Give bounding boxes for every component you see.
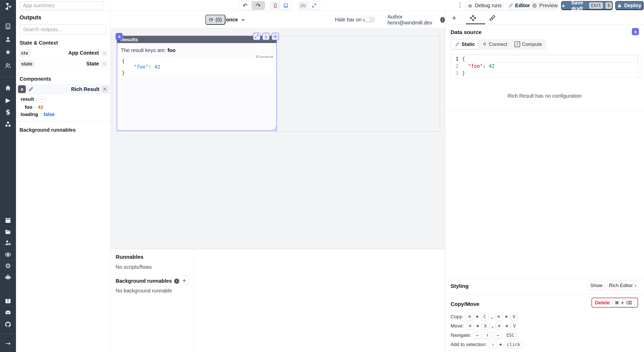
expand-component-button[interactable] <box>253 33 260 40</box>
save-draft-button[interactable]: Save draft Ctrl S <box>561 1 613 10</box>
output-row-ctx[interactable]: ctx App Context <box>16 48 110 58</box>
more-options-kebab[interactable]: ⋮ <box>457 2 463 9</box>
user-icon[interactable] <box>0 36 16 43</box>
center-align-button[interactable]: |0| <box>298 2 308 10</box>
colon: : <box>36 96 37 102</box>
state-type-label: State <box>86 61 99 67</box>
sidebar-divider <box>2 334 14 334</box>
mode-static[interactable]: Static <box>451 40 479 49</box>
copy-move-title: Copy/Move <box>451 301 479 307</box>
info-icon[interactable]: i <box>174 279 179 284</box>
chevron-down-icon <box>102 51 106 55</box>
author-label: Author henri@windmill.dev <box>387 14 438 26</box>
deploy-lock-icon <box>617 3 622 8</box>
mode-connect[interactable]: Connect <box>479 40 511 49</box>
show-styling-button[interactable]: Show <box>588 281 605 290</box>
add-background-runnable-button[interactable]: + <box>179 275 189 286</box>
resources-cubes-icon[interactable] <box>0 120 16 128</box>
tab-insert[interactable]: + <box>449 13 459 23</box>
component-header[interactable]: Results <box>117 36 276 43</box>
chevron-up-icon <box>103 87 107 91</box>
tree-row-foo[interactable]: foo: 42 <box>25 104 43 110</box>
resize-handle[interactable] <box>273 127 276 130</box>
code-content[interactable]: { "foo": 42 } <box>462 55 638 77</box>
json-line-foo: "foo": 42 <box>122 64 272 70</box>
app-canvas[interactable]: a ⚓ Results The result keys are: foo Exp… <box>111 28 445 249</box>
move-component-button[interactable] <box>272 33 279 40</box>
deploy-button[interactable]: Deploy <box>615 1 643 10</box>
tab-component-settings[interactable] <box>468 13 478 23</box>
audit-eye-icon[interactable] <box>0 251 16 258</box>
state-expand-button[interactable] <box>101 61 108 67</box>
edit-id-pencil-icon[interactable] <box>28 87 33 92</box>
folders-icon[interactable] <box>0 228 16 236</box>
ai-robot-icon[interactable] <box>0 273 16 281</box>
state-context-title: State & Context <box>20 40 58 46</box>
mode-compute[interactable]: f Compute <box>511 40 546 49</box>
shortcut-row-copy: Copy: ⌘+C, ⌘+V <box>451 313 518 320</box>
info-icon[interactable]: i <box>440 17 445 23</box>
app-summary-input[interactable] <box>20 1 104 10</box>
runs-play-icon[interactable]: ▶ <box>0 96 16 104</box>
preview-label: Preview <box>539 3 557 9</box>
settings-gear-icon[interactable]: ⚙ <box>0 262 16 270</box>
discord-icon[interactable] <box>0 309 16 316</box>
json-viewer: { "foo": 42} <box>120 58 273 76</box>
delete-component-button[interactable]: Delete ⌘ + ⌫ <box>591 298 638 308</box>
state-key-chip: state <box>19 60 35 68</box>
chevron-down-icon <box>102 62 106 66</box>
tab-editor[interactable]: Editor <box>507 2 531 10</box>
tab-styling[interactable] <box>487 13 497 23</box>
home-icon[interactable] <box>0 84 16 92</box>
collapse-sidebar-arrow-icon[interactable]: → <box>0 340 16 347</box>
collapse-result-button[interactable]: - <box>39 96 46 102</box>
no-configuration-text: Rich Result has no configuration <box>445 93 644 99</box>
data-source-code-editor[interactable]: 1 2 3 { "foo": 42 } <box>451 54 642 78</box>
favorites-star-icon[interactable]: ★ <box>0 48 16 56</box>
github-icon[interactable] <box>0 321 16 328</box>
workspace-building-icon[interactable] <box>0 22 16 30</box>
divider <box>16 121 110 122</box>
workers-users-gear-icon[interactable] <box>0 239 16 247</box>
search-outputs-input[interactable] <box>20 24 107 35</box>
paintbrush-icon <box>489 15 496 21</box>
outputs-title: Outputs <box>20 14 41 21</box>
windmill-app-editor: ★ ▶ $ ⚙ → ↶ ↷ |0| ⋮ <box>0 0 644 352</box>
recompute-button[interactable]: ⟳ (0) <box>205 15 225 25</box>
output-row-state[interactable]: state State <box>16 58 110 69</box>
ctx-expand-button[interactable] <box>101 50 108 56</box>
component-collapse-button[interactable] <box>101 86 108 93</box>
docs-book-icon[interactable] <box>0 297 16 305</box>
ctx-key-chip: ctx <box>19 49 31 57</box>
redo-button[interactable]: ↷ <box>252 1 265 10</box>
tree-row-result[interactable]: result: - <box>21 96 46 102</box>
editor-scrollbar[interactable] <box>638 55 642 77</box>
kbd-arrow-left: ← <box>473 332 481 339</box>
desktop-view-button[interactable] <box>280 2 291 10</box>
anchor-component-button[interactable]: ⚓ <box>262 33 270 40</box>
groups-icon[interactable] <box>0 62 16 70</box>
debug-runs-label: Debug runs <box>475 3 502 9</box>
anchor-icon: ⚓ <box>264 34 268 39</box>
sidebar-divider <box>2 77 14 77</box>
windmill-logo[interactable] <box>4 2 12 12</box>
kbd-cmd: ⌘ <box>466 322 474 330</box>
kbd-shift: ⇧ <box>489 341 497 348</box>
background-runnables-heading: Background runnables i <box>116 278 179 284</box>
debug-runs-button[interactable]: Debug runs <box>466 1 503 10</box>
mobile-view-button[interactable] <box>270 2 280 10</box>
variables-dollar-icon[interactable]: $ <box>0 108 16 116</box>
undo-button[interactable]: ↶ <box>239 1 252 10</box>
kbd-s: S <box>605 2 612 9</box>
rich-editor-button[interactable]: Rich Editor› <box>607 281 638 290</box>
component-row-a[interactable]: a Rich Result <box>16 84 110 94</box>
hide-bar-toggle[interactable] <box>365 17 375 23</box>
frequency-dropdown[interactable]: once <box>226 15 246 25</box>
fullscreen-button[interactable] <box>308 2 320 10</box>
tab-preview[interactable]: Preview <box>531 2 558 10</box>
runnables-title: Runnables <box>116 254 143 260</box>
plus-icon: + <box>452 14 456 22</box>
schedules-calendar-icon[interactable] <box>0 216 16 224</box>
tree-row-loading[interactable]: loading: false <box>21 112 55 117</box>
rich-result-component[interactable]: a ⚓ Results The result keys are: foo Exp… <box>117 36 276 130</box>
